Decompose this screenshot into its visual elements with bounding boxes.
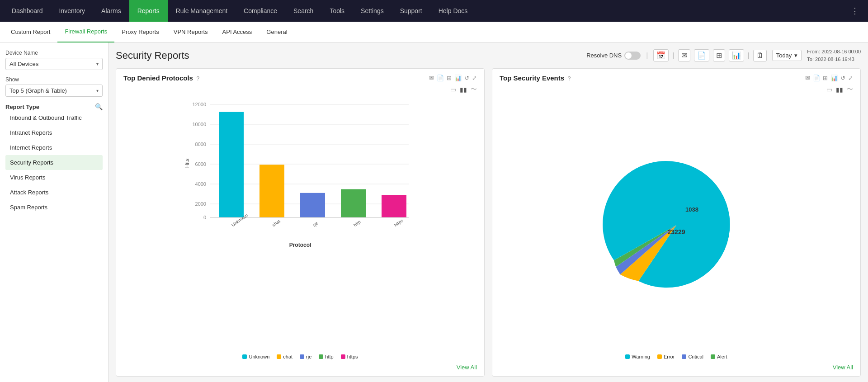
- sep3: |: [748, 52, 750, 60]
- top-denied-expand-icon[interactable]: ⤢: [472, 75, 477, 81]
- report-item-attack[interactable]: Attack Reports: [5, 185, 103, 200]
- report-item-virus[interactable]: Virus Reports: [5, 170, 103, 185]
- date-value: Today: [776, 52, 792, 59]
- bar-chart-container: 12000 10000 8000 6000 4000 2000 0 Hits: [123, 95, 477, 350]
- nav-item-dashboard[interactable]: Dashboard: [4, 0, 51, 22]
- nav-item-alarms[interactable]: Alarms: [93, 0, 129, 22]
- legend-dot-critical: [682, 354, 686, 359]
- area-chart-icon[interactable]: ▭: [450, 86, 456, 93]
- nav-item-support[interactable]: Support: [392, 0, 430, 22]
- bar-unknown[interactable]: [219, 112, 244, 217]
- show-select[interactable]: Top 5 (Graph & Table) ▾: [5, 85, 103, 97]
- nav-item-search[interactable]: Search: [285, 0, 321, 22]
- legend-unknown: Unknown: [242, 354, 269, 359]
- legend-label-http: http: [325, 354, 333, 359]
- bar-chart-icon-2[interactable]: ▮▮: [836, 86, 843, 93]
- legend-critical: Critical: [682, 354, 703, 359]
- top-security-legend: Warning Error Critical Alert: [500, 352, 853, 361]
- legend-http: http: [319, 354, 333, 359]
- content-header: Security Reports Resolve DNS | 📅 | ✉ 📄 ⊞…: [116, 48, 861, 63]
- nav-item-rulemanagement[interactable]: Rule Management: [168, 0, 236, 22]
- top-nav: Dashboard Inventory Alarms Reports Rule …: [0, 0, 868, 22]
- top-denied-refresh-icon[interactable]: ↺: [464, 75, 469, 81]
- report-item-internet[interactable]: Internet Reports: [5, 140, 103, 155]
- nav-item-reports[interactable]: Reports: [129, 0, 168, 22]
- charts-row: Top Denied Protocols ? ✉ 📄 ⊞ 📊 ↺ ⤢ ▭ ▮▮: [116, 68, 861, 377]
- top-security-email-icon[interactable]: ✉: [805, 75, 810, 81]
- pie-label-23229: 23229: [668, 228, 685, 236]
- legend-label-warning: Warning: [632, 354, 650, 359]
- svg-text:10000: 10000: [192, 122, 206, 127]
- sidebar: Device Name All Devices ▾ Show Top 5 (Gr…: [0, 42, 108, 382]
- device-name-select[interactable]: All Devices ▾: [5, 58, 103, 70]
- top-denied-pdf-icon[interactable]: 📄: [437, 75, 444, 81]
- top-denied-help-icon[interactable]: ?: [197, 75, 200, 82]
- search-icon[interactable]: 🔍: [95, 103, 103, 110]
- line-chart-icon[interactable]: 〜: [471, 85, 477, 94]
- line-chart-icon-2[interactable]: 〜: [847, 85, 853, 94]
- chevron-down-icon: ▾: [96, 61, 99, 66]
- legend-label-unknown: Unknown: [249, 354, 269, 359]
- xls-icon[interactable]: 📊: [729, 49, 744, 61]
- bar-http[interactable]: [341, 189, 366, 218]
- nav-item-inventory[interactable]: Inventory: [51, 0, 94, 22]
- nav-item-helpdocs[interactable]: Help Docs: [430, 0, 476, 22]
- sub-item-proxyreports[interactable]: Proxy Reports: [114, 22, 166, 42]
- top-security-table-icon[interactable]: ⊞: [823, 75, 828, 81]
- device-name-value: All Devices: [9, 61, 38, 67]
- pie-chart-wrapper: 1038 23229: [500, 95, 853, 350]
- legend-https: https: [341, 354, 358, 359]
- sub-item-firewallreports[interactable]: Firewall Reports: [57, 22, 114, 42]
- bar-rje[interactable]: [300, 193, 325, 217]
- top-security-title-row: Top Security Events ?: [500, 74, 571, 82]
- legend-dot-https: [341, 354, 345, 359]
- nav-item-compliance[interactable]: Compliance: [236, 0, 285, 22]
- legend-dot-unknown: [242, 354, 247, 359]
- to-label: To: [807, 57, 812, 62]
- top-denied-table-icon[interactable]: ⊞: [447, 75, 452, 81]
- report-item-security[interactable]: Security Reports: [5, 155, 103, 170]
- top-security-view-all[interactable]: View All: [500, 361, 853, 371]
- resolve-dns-toggle[interactable]: [624, 52, 641, 60]
- top-security-refresh-icon[interactable]: ↺: [840, 75, 845, 81]
- show-label: Show: [5, 76, 103, 83]
- legend-dot-chat: [277, 354, 281, 359]
- svg-text:6000: 6000: [195, 161, 206, 167]
- report-item-inbound[interactable]: Inbound & Outbound Traffic: [5, 110, 103, 125]
- nav-more-button[interactable]: ⋮: [845, 6, 864, 16]
- svg-text:2000: 2000: [195, 201, 206, 207]
- sub-item-apiaccess[interactable]: API Access: [215, 22, 259, 42]
- report-item-spam[interactable]: Spam Reports: [5, 200, 103, 215]
- sub-item-customreport[interactable]: Custom Report: [4, 22, 57, 42]
- bar-chat[interactable]: [259, 165, 284, 217]
- top-denied-view-all[interactable]: View All: [123, 361, 477, 371]
- report-type-header: Report Type 🔍: [5, 103, 103, 110]
- report-item-intranet[interactable]: Intranet Reports: [5, 125, 103, 140]
- sub-item-general[interactable]: General: [259, 22, 294, 42]
- bar-https[interactable]: [382, 195, 406, 217]
- date-selector[interactable]: Today ▾: [772, 50, 802, 61]
- sub-nav: Custom Report Firewall Reports Proxy Rep…: [0, 22, 868, 42]
- top-denied-xls-icon[interactable]: 📊: [454, 75, 462, 81]
- svg-text:4000: 4000: [195, 181, 206, 187]
- legend-label-rje: rje: [306, 354, 311, 359]
- top-denied-title-row: Top Denied Protocols ?: [123, 74, 199, 82]
- pdf-icon[interactable]: 📄: [694, 49, 709, 61]
- top-security-xls-icon[interactable]: 📊: [830, 75, 838, 81]
- bar-chart-icon[interactable]: ▮▮: [460, 86, 467, 93]
- csv-icon[interactable]: ⊞: [713, 49, 725, 61]
- nav-item-tools[interactable]: Tools: [321, 0, 353, 22]
- email-icon[interactable]: ✉: [678, 49, 690, 61]
- schedule-icon[interactable]: 📅: [653, 49, 669, 61]
- legend-dot-error: [657, 354, 662, 359]
- top-security-pdf-icon[interactable]: 📄: [813, 75, 820, 81]
- top-denied-email-icon[interactable]: ✉: [429, 75, 434, 81]
- top-security-expand-icon[interactable]: ⤢: [848, 75, 853, 81]
- nav-item-settings[interactable]: Settings: [353, 0, 392, 22]
- top-security-help-icon[interactable]: ?: [568, 75, 571, 82]
- top-security-header-icons: ✉ 📄 ⊞ 📊 ↺ ⤢: [805, 75, 853, 81]
- area-chart-icon-2[interactable]: ▭: [826, 86, 832, 93]
- calendar-icon[interactable]: 🗓: [753, 50, 767, 61]
- legend-rje: rje: [300, 354, 311, 359]
- sub-item-vpnreports[interactable]: VPN Reports: [166, 22, 215, 42]
